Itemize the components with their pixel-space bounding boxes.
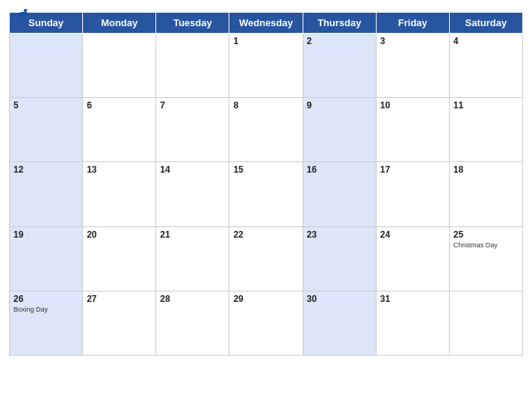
day-number: 22 [233, 229, 298, 240]
day-number: 11 [454, 100, 519, 111]
day-number: 8 [233, 100, 298, 111]
week-row-1: 1234 [10, 34, 523, 98]
calendar-cell: 31 [376, 291, 449, 355]
week-row-2: 567891011 [10, 98, 523, 162]
calendar-cell [156, 34, 229, 98]
calendar-cell [10, 34, 83, 98]
calendar-cell: 27 [83, 291, 156, 355]
calendar-cell: 17 [376, 162, 449, 226]
day-number: 12 [13, 164, 78, 175]
day-number: 28 [160, 294, 225, 304]
calendar-cell: 18 [449, 162, 522, 226]
calendar-cell [449, 291, 522, 355]
calendar-cell: 19 [10, 226, 83, 291]
day-number: 6 [87, 100, 152, 111]
calendar-cell: 24 [376, 226, 449, 291]
calendar-cell: 23 [303, 226, 376, 291]
day-number: 27 [87, 294, 152, 304]
day-number: 7 [160, 100, 225, 111]
calendar-cell: 20 [83, 226, 156, 291]
week-row-5: 26Boxing Day2728293031 [10, 291, 523, 355]
day-number: 16 [307, 164, 372, 175]
day-number: 5 [13, 100, 78, 111]
calendar-cell: 9 [303, 98, 376, 162]
day-number: 14 [160, 164, 225, 175]
calendar-cell: 28 [156, 291, 229, 355]
logo-bird-icon [14, 7, 31, 21]
day-number: 23 [307, 229, 372, 240]
calendar-cell: 21 [156, 226, 229, 291]
calendar-cell: 30 [303, 291, 376, 355]
calendar-cell [83, 34, 156, 98]
calendar-cell: 7 [156, 98, 229, 162]
day-number: 13 [87, 164, 152, 175]
day-header-saturday: Saturday [449, 13, 522, 34]
calendar-cell: 15 [229, 162, 303, 226]
day-number: 18 [454, 164, 519, 175]
calendar-cell: 3 [376, 34, 449, 98]
day-number: 29 [233, 294, 298, 304]
day-number: 4 [454, 36, 519, 46]
week-row-3: 12131415161718 [10, 162, 523, 226]
day-header-wednesday: Wednesday [229, 13, 303, 34]
calendar-cell: 6 [83, 98, 156, 162]
calendar: SundayMondayTuesdayWednesdayThursdayFrid… [0, 12, 532, 411]
calendar-cell: 26Boxing Day [10, 291, 83, 355]
day-number: 10 [380, 100, 445, 111]
calendar-cell: 29 [229, 291, 303, 355]
calendar-cell: 5 [10, 98, 83, 162]
calendar-table: SundayMondayTuesdayWednesdayThursdayFrid… [9, 12, 523, 356]
week-row-4: 19202122232425Christmas Day [10, 226, 523, 291]
calendar-cell: 14 [156, 162, 229, 226]
calendar-cell: 16 [303, 162, 376, 226]
calendar-cell: 10 [376, 98, 449, 162]
logo [12, 7, 31, 21]
page-header [0, 0, 532, 12]
day-number: 30 [307, 294, 372, 304]
calendar-cell: 1 [229, 34, 303, 98]
day-number: 17 [380, 164, 445, 175]
day-number: 19 [13, 229, 78, 240]
holiday-label: Christmas Day [454, 241, 519, 250]
calendar-cell: 25Christmas Day [449, 226, 522, 291]
day-header-monday: Monday [83, 13, 156, 34]
day-number: 31 [380, 294, 445, 304]
day-number: 25 [454, 229, 519, 240]
holiday-label: Boxing Day [13, 306, 78, 314]
day-number: 20 [87, 229, 152, 240]
calendar-cell: 4 [449, 34, 522, 98]
day-header-thursday: Thursday [303, 13, 376, 34]
day-number: 15 [233, 164, 298, 175]
calendar-cell: 8 [229, 98, 303, 162]
day-header-tuesday: Tuesday [156, 13, 229, 34]
day-number: 1 [233, 36, 298, 46]
day-number: 2 [307, 36, 372, 46]
day-number: 3 [380, 36, 445, 46]
day-number: 24 [380, 229, 445, 240]
day-number: 21 [160, 229, 225, 240]
day-number: 26 [13, 294, 78, 304]
calendar-cell: 11 [449, 98, 522, 162]
calendar-cell: 13 [83, 162, 156, 226]
calendar-cell: 22 [229, 226, 303, 291]
day-header-friday: Friday [376, 13, 449, 34]
calendar-cell: 2 [303, 34, 376, 98]
day-number: 9 [307, 100, 372, 111]
calendar-cell: 12 [10, 162, 83, 226]
